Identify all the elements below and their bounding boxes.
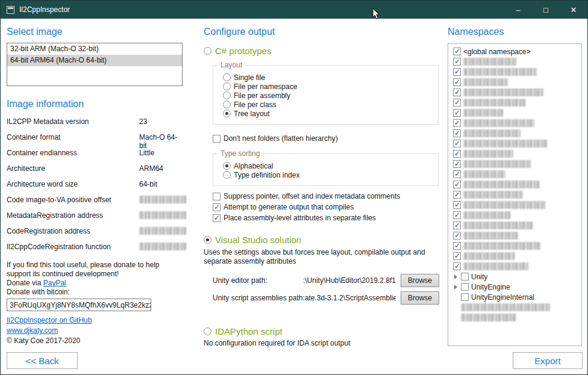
info-label: MetadataRegistration address	[7, 211, 139, 220]
checkbox-option-label: Place assembly-level attributes in separ…	[224, 214, 376, 222]
info-label: Architecture	[7, 164, 139, 173]
info-row: Code image-to-VA positive offset	[7, 196, 183, 211]
browse-script-button[interactable]: Browse	[401, 291, 439, 305]
close-button[interactable]: ✕	[560, 1, 587, 19]
namespace-item[interactable]	[448, 67, 581, 77]
namespace-item[interactable]	[448, 169, 581, 179]
namespace-item[interactable]	[448, 261, 581, 271]
info-label: Container format	[7, 133, 139, 141]
paypal-link[interactable]: PayPal	[43, 279, 66, 287]
unity-script-path-row: Unity script assemblies path: ate.3d-3.1…	[213, 291, 439, 305]
checkbox-option[interactable]: Place assembly-level attributes in separ…	[213, 212, 441, 223]
namespace-item[interactable]	[448, 128, 581, 138]
flatten-checkbox[interactable]: Don't nest folders (flatten hierarchy)	[213, 133, 441, 144]
namespace-item[interactable]	[448, 241, 581, 251]
namespace-item[interactable]	[448, 179, 581, 190]
radio-option[interactable]: File per namespace	[223, 82, 434, 91]
info-row: Il2CppCodeRegistration function	[7, 243, 183, 258]
website-link[interactable]: www.djkaty.com	[7, 326, 58, 335]
namespace-item[interactable]	[448, 87, 581, 98]
image-list-item[interactable]: 32-bit ARM (Mach-O 32-bit)	[7, 43, 182, 55]
namespace-item[interactable]: UnityEngine	[448, 282, 581, 292]
image-information-heading: Image information	[7, 98, 183, 110]
expander-icon[interactable]	[453, 283, 458, 291]
image-listbox[interactable]: 32-bit ARM (Mach-O 32-bit)64-bit ARM64 (…	[7, 43, 183, 86]
radio-option[interactable]: Type definition index	[223, 170, 434, 179]
back-button[interactable]: << Back	[7, 352, 78, 369]
namespace-label: UnityEngineInternal	[471, 293, 534, 302]
copyright-text: © Katy Coe 2017-2020	[7, 336, 183, 346]
csharp-prototypes-radio[interactable]: C# prototypes	[204, 45, 441, 57]
checkbox-icon	[453, 58, 461, 66]
export-button[interactable]: Export	[513, 352, 583, 369]
checkbox-option[interactable]: Suppress pointer, offset and index metad…	[213, 191, 441, 202]
info-value: Mach-O 64-bit	[139, 133, 183, 150]
namespace-item[interactable]	[448, 200, 581, 210]
namespace-item[interactable]	[448, 149, 581, 159]
redacted-namespace-label	[463, 262, 528, 270]
checkbox-icon	[453, 222, 461, 229]
checkbox-icon	[453, 129, 461, 137]
namespace-item[interactable]	[448, 77, 581, 87]
titlebar[interactable]: Il2CppInspector – □ ✕	[1, 1, 587, 19]
namespace-item[interactable]	[448, 220, 581, 231]
radio-icon	[223, 82, 231, 90]
namespace-item[interactable]	[448, 108, 581, 118]
checkbox-icon	[453, 211, 461, 219]
output-checkboxes: Suppress pointer, offset and index metad…	[213, 191, 441, 223]
configure-output-panel: Configure output C# prototypes Layout Si…	[204, 19, 441, 374]
github-link[interactable]: Il2CppInspector on GitHub	[7, 316, 92, 324]
namespace-item[interactable]	[448, 159, 581, 169]
radio-option[interactable]: Alphabetical	[223, 161, 434, 170]
unity-script-path-value[interactable]: ate.3d-3.1.2\ScriptAssemblies	[305, 294, 396, 302]
type-sorting-group-label: Type sorting	[218, 149, 262, 158]
info-label: Architecture word size	[7, 180, 139, 188]
idapython-radio[interactable]: IDAPython script	[204, 326, 441, 337]
type-sorting-options: AlphabeticalType definition index	[223, 161, 434, 179]
indent-spacer	[453, 317, 458, 318]
radio-icon	[204, 236, 211, 244]
expander-icon[interactable]	[453, 273, 458, 280]
namespace-item[interactable]	[448, 190, 581, 200]
image-info-table: IL2CPP Metadata version23Container forma…	[7, 117, 183, 258]
namespace-item[interactable]	[448, 312, 581, 323]
browse-editor-button[interactable]: Browse	[401, 274, 439, 287]
unity-editor-path-value[interactable]: :\Unity\Hub\Editor\2019.2.8f1	[267, 276, 396, 285]
indent-spacer	[453, 297, 458, 297]
namespace-item[interactable]	[448, 138, 581, 149]
namespace-item[interactable]	[448, 57, 581, 67]
info-row: MetadataRegistration address	[7, 211, 183, 227]
bitcoin-address-input[interactable]: 3FoRUqUXgYj8NY8sMQfhX6vv9LqR3e2kzz	[7, 299, 151, 311]
namespace-list[interactable]: <global namespace>UnityUnityEngineUnityE…	[448, 43, 582, 346]
radio-option[interactable]: Tree layout	[223, 109, 434, 118]
minimize-button[interactable]: –	[504, 1, 532, 19]
redacted-namespace	[461, 314, 516, 321]
info-row: IL2CPP Metadata version23	[7, 117, 183, 133]
namespace-item[interactable]	[448, 98, 581, 108]
namespace-item[interactable]: Unity	[448, 271, 581, 282]
namespace-item[interactable]	[448, 210, 581, 220]
image-list-item[interactable]: 64-bit ARM64 (Mach-O 64-bit)	[7, 55, 182, 66]
checkbox-option[interactable]: Attempt to generate output that compiles	[213, 202, 441, 212]
namespace-item[interactable]	[448, 302, 581, 312]
redacted-namespace-label	[463, 232, 518, 240]
visual-studio-description: Uses the settings above but forces tree …	[204, 248, 437, 266]
checkbox-icon	[453, 242, 461, 250]
radio-option[interactable]: File per class	[223, 100, 434, 109]
namespace-item[interactable]	[448, 231, 581, 241]
donate-text: If you find this tool useful, please don…	[7, 261, 181, 279]
unity-editor-path-label: Unity editor path:	[213, 276, 267, 285]
namespace-item[interactable]: <global namespace>	[448, 46, 581, 57]
maximize-button[interactable]: □	[532, 1, 560, 19]
redacted-namespace-label	[463, 252, 515, 260]
namespace-item[interactable]	[448, 118, 581, 128]
checkbox-icon	[453, 99, 461, 107]
radio-option[interactable]: Single file	[223, 73, 434, 82]
namespace-item[interactable]	[448, 251, 581, 261]
checkbox-icon	[213, 203, 220, 211]
radio-option[interactable]: File per assembly	[223, 91, 434, 100]
visual-studio-radio[interactable]: Visual Studio solution	[204, 234, 441, 246]
redacted-namespace-label	[463, 211, 511, 219]
redacted-namespace	[461, 303, 550, 311]
namespace-item[interactable]: UnityEngineInternal	[448, 292, 581, 302]
